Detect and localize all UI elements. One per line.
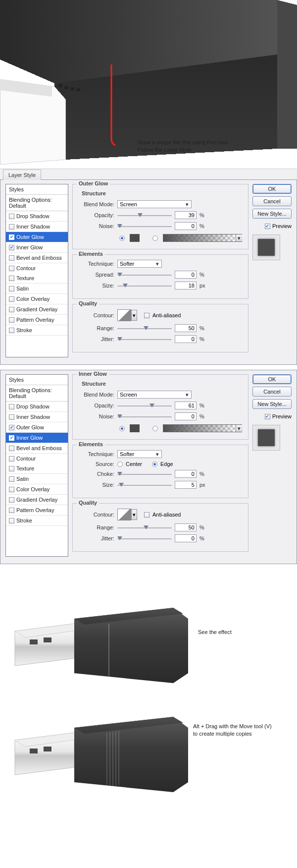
checkbox-icon[interactable] [9,414,14,420]
input-opacity[interactable]: 61 [175,402,197,409]
glow-color-swatch[interactable] [130,234,140,242]
checkbox-icon[interactable] [9,286,14,291]
slider-range[interactable] [117,524,172,530]
opt-gradient-overlay[interactable]: Gradient Overlay [6,495,68,505]
opt-contour[interactable]: Contour [6,454,68,463]
input-opacity[interactable]: 39 [175,211,197,219]
checkbox-icon[interactable] [9,266,14,271]
contour-swatch[interactable]: ▾ [117,509,131,521]
opt-bevel-emboss[interactable]: Bevel and Emboss [6,253,68,263]
slider-spread[interactable] [117,272,172,278]
opt-pattern-overlay[interactable]: Pattern Overlay [6,505,68,516]
styles-header[interactable]: Styles [6,375,68,385]
opt-outer-glow[interactable]: Outer Glow [6,232,68,242]
new-style-button[interactable]: New Style... [252,209,292,219]
slider-size[interactable] [117,482,172,488]
select-blend-mode[interactable]: Screen▾ [117,391,192,399]
slider-jitter[interactable] [117,336,172,342]
checkbox-icon[interactable] [9,276,14,281]
checkbox-icon[interactable] [9,435,14,441]
checkbox-icon[interactable] [9,497,14,503]
blending-options-default[interactable]: Blending Options: Default [6,385,68,402]
opt-texture[interactable]: Texture [6,463,68,474]
checkbox-icon[interactable] [9,234,14,240]
opt-outer-glow[interactable]: Outer Glow [6,422,68,433]
opt-satin[interactable]: Satin [6,474,68,484]
input-noise[interactable]: 0 [175,222,197,230]
checkbox-icon[interactable] [9,425,14,430]
input-jitter[interactable]: 0 [175,335,197,343]
radio-color[interactable] [119,235,125,241]
select-blend-mode[interactable]: Screen▾ [117,200,192,208]
checkbox-icon[interactable] [9,317,14,323]
new-style-button[interactable]: New Style... [252,399,292,409]
input-jitter[interactable]: 0 [175,534,197,542]
checkbox-anti-aliased[interactable] [144,313,149,318]
opt-stroke[interactable]: Stroke [6,325,68,336]
opt-inner-glow[interactable]: Inner Glow [6,242,68,253]
checkbox-icon[interactable] [9,404,14,409]
checkbox-anti-aliased[interactable] [144,512,149,518]
input-range[interactable]: 50 [175,523,197,531]
input-spread[interactable]: 0 [175,271,197,279]
checkbox-preview[interactable] [265,224,270,229]
radio-source-edge[interactable] [152,462,157,467]
slider-noise[interactable] [117,413,172,419]
checkbox-icon[interactable] [9,446,14,451]
radio-gradient[interactable] [152,235,158,241]
opt-color-overlay[interactable]: Color Overlay [6,294,68,304]
checkbox-icon[interactable] [9,518,14,523]
ok-button[interactable]: OK [252,374,292,384]
tab-layer-style[interactable]: Layer Style [3,170,41,180]
opt-color-overlay[interactable]: Color Overlay [6,484,68,495]
input-size[interactable]: 5 [175,481,197,489]
checkbox-icon[interactable] [9,328,14,333]
checkbox-icon[interactable] [9,466,14,471]
opt-drop-shadow[interactable]: Drop Shadow [6,402,68,412]
glow-gradient-picker[interactable]: ▾ [163,234,242,242]
checkbox-icon[interactable] [9,296,14,302]
checkbox-icon[interactable] [9,508,14,513]
slider-noise[interactable] [117,223,172,229]
checkbox-icon[interactable] [9,456,14,462]
slider-jitter[interactable] [117,535,172,541]
opt-inner-shadow[interactable]: Inner Shadow [6,222,68,232]
slider-choke[interactable] [117,471,172,477]
opt-bevel-emboss[interactable]: Bevel and Emboss [6,443,68,454]
checkbox-icon[interactable] [9,245,14,250]
select-technique[interactable]: Softer▾ [117,260,162,268]
blending-options-default[interactable]: Blending Options: Default [6,195,68,211]
styles-header[interactable]: Styles [6,184,68,195]
input-size[interactable]: 18 [175,282,197,289]
opt-texture[interactable]: Texture [6,273,68,284]
opt-gradient-overlay[interactable]: Gradient Overlay [6,304,68,315]
checkbox-icon[interactable] [9,255,14,261]
cancel-button[interactable]: Cancel [252,196,292,206]
checkbox-icon[interactable] [9,476,14,482]
slider-range[interactable] [117,325,172,331]
opt-drop-shadow[interactable]: Drop Shadow [6,211,68,222]
glow-gradient-picker[interactable]: ▾ [163,424,242,432]
opt-inner-glow[interactable]: Inner Glow [6,433,68,443]
checkbox-icon[interactable] [9,224,14,230]
contour-swatch[interactable]: ▾ [117,309,131,321]
opt-inner-shadow[interactable]: Inner Shadow [6,412,68,422]
slider-size[interactable] [117,283,172,289]
radio-source-center[interactable] [117,462,123,467]
input-noise[interactable]: 0 [175,412,197,420]
radio-color[interactable] [119,426,125,431]
checkbox-icon[interactable] [9,487,14,492]
input-range[interactable]: 50 [175,324,197,332]
opt-pattern-overlay[interactable]: Pattern Overlay [6,315,68,325]
opt-satin[interactable]: Satin [6,284,68,294]
glow-color-swatch[interactable] [130,424,140,432]
ok-button[interactable]: OK [252,184,292,194]
radio-gradient[interactable] [152,426,158,431]
checkbox-icon[interactable] [9,214,14,219]
select-technique[interactable]: Softer▾ [117,450,162,458]
opt-stroke[interactable]: Stroke [6,516,68,526]
cancel-button[interactable]: Cancel [252,387,292,397]
opt-contour[interactable]: Contour [6,263,68,273]
slider-opacity[interactable] [117,403,172,408]
checkbox-icon[interactable] [9,307,14,312]
